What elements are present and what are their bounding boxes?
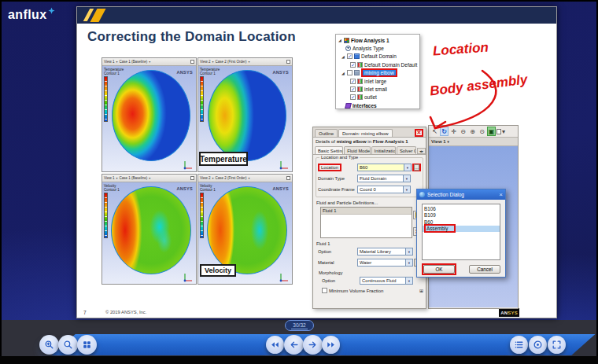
checkbox-checked[interactable]: ✓ <box>350 79 356 84</box>
tree-item-analysis-type[interactable]: Analysis Type <box>338 44 419 52</box>
window-icon <box>286 60 290 64</box>
brand-text: anflux <box>8 8 47 21</box>
tab-basic-settings[interactable]: Basic Settings <box>315 146 343 154</box>
chevron-down-icon: ▾ <box>248 60 249 64</box>
material-combo[interactable]: Water▾ <box>357 259 413 267</box>
plot-header[interactable]: View 1▾ Case 1 (Baseline)▾ <box>102 175 196 182</box>
min-volume-fraction-checkbox[interactable] <box>322 288 327 293</box>
rotate-icon[interactable]: ↻ <box>440 127 448 136</box>
view-selector[interactable]: View 2 <box>200 60 210 64</box>
fluid-definitions-list[interactable]: Fluid 1 ✕ <box>320 207 412 238</box>
pan-icon[interactable]: ✛ <box>449 127 458 136</box>
case-selector[interactable]: Case 2 (First Order) <box>215 60 246 64</box>
next-slide-button[interactable] <box>303 335 323 355</box>
tab-fluid-models[interactable]: Fluid Models <box>344 146 370 154</box>
contour-plot-temperature-case1: View 1▾ Case 1 (Baseline)▾ TemperatureCo… <box>102 57 197 172</box>
location-combo[interactable]: B60▾ <box>357 164 412 171</box>
domain-type-label: Domain Type <box>318 176 357 181</box>
expander-icon[interactable]: ◢ <box>341 54 345 59</box>
slide-progress-pill[interactable]: 30/32 <box>285 320 314 331</box>
spark-icon <box>48 3 55 17</box>
view-options-icon[interactable]: ▾ <box>496 127 505 136</box>
selection-list[interactable]: B106 B109 B60 Assembly <box>422 204 500 260</box>
chevron-down-icon: ▾ <box>149 60 150 64</box>
tree-item-flow-analysis[interactable]: ◢Flow Analysis 1 <box>338 36 419 44</box>
checkbox-checked[interactable]: ✓ <box>350 62 356 68</box>
zoom-in-button[interactable] <box>39 335 59 355</box>
ok-annotation-box: OK <box>422 263 456 275</box>
close-annotated-icon[interactable]: ✕ <box>415 129 423 137</box>
slide-progress-text: 30/32 <box>291 322 307 329</box>
dialog-close-icon[interactable]: × <box>499 191 503 198</box>
dialog-title-bar[interactable]: Selection Dialog × <box>417 189 505 200</box>
select-icon[interactable]: ↖ <box>430 127 439 136</box>
coordinate-frame-combo[interactable]: Coord 0▾ <box>357 186 411 193</box>
list-item-b106[interactable]: B106 <box>423 205 500 212</box>
location-browse-button[interactable]: ... <box>414 164 419 171</box>
tab-domain-mixing-elbow[interactable]: Domain: mixing elbow <box>338 129 393 137</box>
chevron-down-icon[interactable]: ▾ <box>403 186 410 193</box>
tree-item-default-domain[interactable]: ◢✓Default Domain <box>338 53 419 61</box>
chevron-down-icon[interactable]: ▾ <box>404 164 411 171</box>
tab-solver-control[interactable]: Solver C <box>397 146 416 154</box>
fluid-option-combo[interactable]: Material Library▾ <box>357 248 413 256</box>
tree-item-interfaces[interactable]: Interfaces <box>338 101 419 109</box>
view-selector[interactable]: View 2 <box>200 176 210 180</box>
checkbox-unchecked[interactable] <box>347 70 353 75</box>
fluid-list-item[interactable]: Fluid 1 <box>321 208 412 215</box>
view-selector[interactable]: View 1 <box>104 176 114 180</box>
autoplay-button[interactable] <box>529 336 547 354</box>
zoom-box-icon[interactable]: ⊙ <box>478 127 486 136</box>
tree-item-inlet-large[interactable]: ✓inlet large <box>338 77 419 85</box>
plot-header[interactable]: View 2▾ Case 2 (First Order)▾ <box>198 175 292 182</box>
plot-header[interactable]: View 1▾ Case 1 (Baseline)▾ <box>102 58 196 66</box>
fullscreen-button[interactable] <box>548 336 566 354</box>
magnifier-plus-icon <box>44 340 54 350</box>
tree-item-inlet-small[interactable]: ✓inlet small <box>338 85 419 93</box>
previous-slide-button[interactable] <box>284 335 304 355</box>
expander-icon[interactable]: ◢ <box>338 38 342 42</box>
checkbox-checked[interactable]: ✓ <box>347 53 353 59</box>
domain-type-combo[interactable]: Fluid Domain▾ <box>357 175 411 182</box>
legend-colorbar <box>200 76 204 122</box>
rewind-button[interactable] <box>266 336 284 354</box>
window-icon <box>190 176 194 180</box>
case-selector[interactable]: Case 1 (Baseline) <box>119 60 147 64</box>
tree-item-mixing-elbow[interactable]: ◢mixing elbow <box>338 69 419 77</box>
tree-item-outlet[interactable]: ✓outlet <box>338 94 419 101</box>
zoom-button[interactable] <box>58 335 78 355</box>
ansys-watermark: ANSYS <box>273 70 289 75</box>
chevron-down-icon[interactable]: ▾ <box>403 175 410 182</box>
view-selector[interactable]: View 1 <box>104 60 114 64</box>
case-selector[interactable]: Case 1 (Baseline) <box>119 176 147 180</box>
expander-icon[interactable]: ◢ <box>341 71 345 75</box>
case-selector[interactable]: Case 2 (First Order) <box>215 176 246 180</box>
list-item-assembly-selected[interactable]: Assembly <box>423 226 500 233</box>
chevron-down-icon[interactable]: ▾ <box>405 259 412 266</box>
cancel-button[interactable]: Cancel <box>469 265 500 274</box>
tab-outline[interactable]: Outline <box>315 129 338 137</box>
fit-view-icon[interactable]: ▣ <box>487 127 496 136</box>
tree-item-default-domain-default[interactable]: ✓Default Domain Default <box>338 61 419 68</box>
fast-forward-button[interactable] <box>322 336 340 354</box>
ok-button[interactable]: OK <box>423 265 455 274</box>
chevron-down-icon[interactable]: ▾ <box>405 278 412 284</box>
checkbox-checked[interactable]: ✓ <box>350 86 356 92</box>
thumbnail-grid-button[interactable] <box>77 335 97 355</box>
checkbox-checked[interactable]: ✓ <box>350 94 356 100</box>
zoom-out-icon[interactable]: ⊖ <box>459 127 467 136</box>
list-item-b109[interactable]: B109 <box>423 212 500 219</box>
zoom-in-icon[interactable]: ⊕ <box>468 127 477 136</box>
morphology-option-combo[interactable]: Continuous Fluid▾ <box>360 277 413 285</box>
legend-contour: Contour 1 <box>200 72 216 75</box>
view-selector-bar[interactable]: View 1▾ <box>429 138 518 146</box>
expand-icon[interactable]: ⊞ <box>419 288 423 293</box>
bottom-frame <box>0 356 598 364</box>
plot-header[interactable]: View 2▾ Case 2 (First Order)▾ <box>198 58 292 66</box>
slide-list-button[interactable] <box>510 336 528 354</box>
tab-initialization[interactable]: Initialization <box>371 146 396 154</box>
chevron-down-icon[interactable]: ▾ <box>405 248 412 255</box>
boundary-icon <box>357 79 363 84</box>
tab-scroll-arrows[interactable]: ◂▸ <box>417 148 426 154</box>
dialog-title: Selection Dialog <box>427 192 464 197</box>
